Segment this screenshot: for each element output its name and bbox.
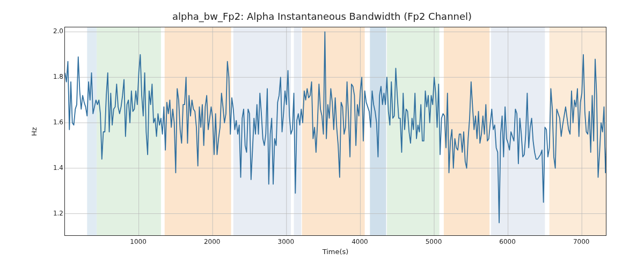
background-band [294, 27, 302, 236]
y-tick-label: 2.0 [43, 27, 63, 35]
x-axis-label: Time(s) [64, 248, 606, 256]
background-band [387, 27, 440, 236]
y-tick-label: 1.2 [43, 210, 63, 217]
figure: alpha_bw_Fp2: Alpha Instantaneous Bandwi… [0, 0, 644, 268]
background-band [444, 27, 489, 236]
x-axis-ticks: 1000200030004000500060007000 [64, 238, 606, 247]
chart-title: alpha_bw_Fp2: Alpha Instantaneous Bandwi… [0, 11, 644, 22]
x-tick-label: 5000 [426, 238, 442, 245]
background-band [370, 27, 386, 236]
x-tick-label: 6000 [499, 238, 516, 245]
y-axis-label: Hz [30, 27, 39, 236]
x-tick-label: 2000 [204, 238, 221, 245]
x-tick-label: 1000 [130, 238, 147, 245]
x-tick-label: 7000 [573, 238, 590, 245]
y-axis-ticks: 1.21.41.61.82.0 [43, 27, 63, 236]
background-band [550, 27, 606, 236]
plot-area [64, 27, 606, 236]
y-tick-label: 1.4 [43, 164, 63, 172]
x-tick-label: 4000 [352, 238, 368, 245]
background-band [97, 27, 161, 236]
x-tick-label: 3000 [278, 238, 295, 245]
y-tick-label: 1.6 [43, 118, 63, 126]
background-band [87, 27, 97, 236]
y-tick-label: 1.8 [43, 73, 63, 80]
chart-svg [65, 27, 606, 236]
